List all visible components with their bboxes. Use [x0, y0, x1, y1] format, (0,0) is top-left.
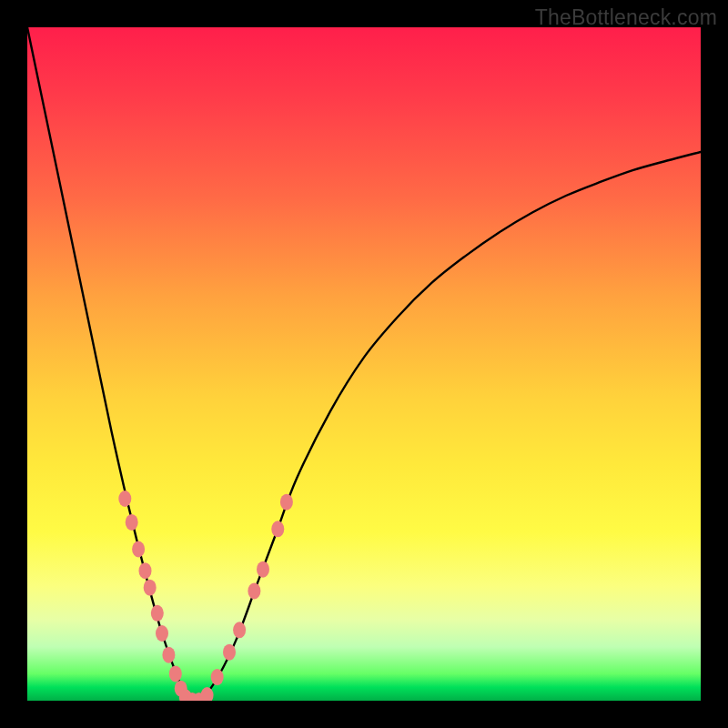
- curve-marker: [126, 514, 138, 531]
- curve-marker: [257, 561, 269, 578]
- bottleneck-curve-svg: [27, 27, 701, 701]
- curve-marker: [169, 665, 182, 682]
- watermark-text: TheBottleneck.com: [535, 5, 717, 30]
- curve-marker: [144, 580, 157, 596]
- curve-marker: [223, 644, 236, 661]
- curve-marker: [248, 582, 260, 599]
- curve-marker: [201, 687, 214, 701]
- curve-marker: [156, 625, 168, 642]
- curve-marker: [211, 669, 224, 685]
- curve-marker: [151, 605, 164, 622]
- curve-marker: [233, 622, 246, 638]
- curve-marker: [280, 494, 293, 511]
- curve-marker: [139, 562, 152, 579]
- curve-marker: [162, 647, 175, 663]
- bottleneck-curve-path: [27, 27, 701, 701]
- chart-frame: TheBottleneck.com: [0, 0, 728, 728]
- curve-marker: [271, 521, 284, 537]
- chart-plot-area: [27, 27, 701, 701]
- curve-marker: [132, 541, 145, 558]
- curve-marker: [118, 490, 131, 507]
- curve-markers: [118, 490, 293, 701]
